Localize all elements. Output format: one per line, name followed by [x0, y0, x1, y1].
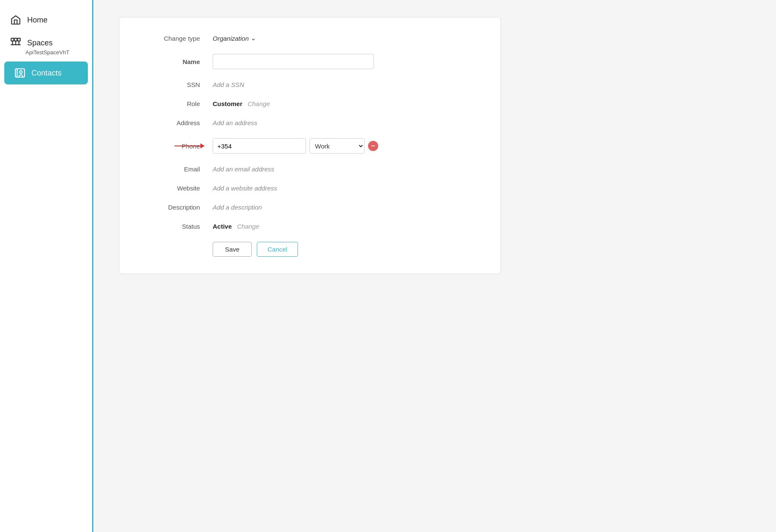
ssn-row: SSN Add a SSN	[145, 81, 475, 88]
phone-row-content: Work Home Mobile Fax Other −	[213, 138, 378, 154]
status-row: Status Active Change	[145, 223, 475, 230]
email-label: Email	[145, 165, 213, 173]
website-placeholder[interactable]: Add a website address	[213, 185, 475, 192]
address-row: Address Add an address	[145, 119, 475, 126]
role-label: Role	[145, 100, 213, 107]
phone-input[interactable]	[213, 138, 306, 154]
address-placeholder[interactable]: Add an address	[213, 119, 475, 126]
spaces-sub-label: ApiTestSpaceVhT	[10, 49, 82, 56]
description-label: Description	[145, 204, 213, 211]
website-row: Website Add a website address	[145, 185, 475, 192]
phone-arrow-annotation	[174, 146, 204, 146]
arrow-line	[174, 146, 204, 146]
home-label: Home	[27, 16, 48, 25]
change-type-row: Change type Organization ⌄	[145, 34, 475, 42]
change-type-text: Organization	[213, 35, 249, 42]
sidebar-item-spaces[interactable]: Spaces ApiTestSpaceVhT	[0, 31, 92, 62]
name-label: Name	[145, 58, 213, 65]
contacts-icon	[14, 67, 25, 78]
ssn-label: SSN	[145, 81, 213, 88]
sidebar-item-home[interactable]: Home	[0, 8, 92, 31]
minus-icon: −	[371, 143, 375, 149]
ssn-placeholder[interactable]: Add a SSN	[213, 81, 475, 88]
form-buttons: Save Cancel	[145, 242, 475, 257]
status-label: Status	[145, 223, 213, 230]
home-icon	[10, 14, 21, 25]
phone-type-select[interactable]: Work Home Mobile Fax Other	[309, 138, 365, 154]
status-change-link[interactable]: Change	[237, 223, 259, 230]
svg-point-9	[20, 71, 22, 74]
role-change-link[interactable]: Change	[247, 100, 270, 107]
website-label: Website	[145, 185, 213, 192]
role-row: Role Customer Change	[145, 100, 475, 107]
sidebar: Home Spaces ApiTestSpaceVhT	[0, 0, 93, 532]
status-value: Active	[213, 223, 232, 230]
description-row: Description Add a description	[145, 204, 475, 211]
email-row: Email Add an email address	[145, 165, 475, 173]
role-value: Customer	[213, 100, 242, 107]
remove-phone-button[interactable]: −	[368, 141, 378, 151]
change-type-value[interactable]: Organization ⌄	[213, 34, 475, 42]
name-row: Name	[145, 54, 475, 69]
chevron-down-icon: ⌄	[250, 34, 256, 42]
contacts-label: Contacts	[31, 69, 62, 78]
cancel-button[interactable]: Cancel	[257, 242, 298, 257]
phone-row: Phone Work Home Mobile Fax Other −	[145, 138, 475, 154]
spaces-label: Spaces	[27, 39, 53, 48]
sidebar-item-contacts[interactable]: Contacts	[4, 62, 88, 84]
name-input[interactable]	[213, 54, 374, 69]
form-card: Change type Organization ⌄ Name SSN Add …	[119, 17, 501, 274]
description-placeholder[interactable]: Add a description	[213, 204, 475, 211]
spaces-icon	[10, 37, 21, 48]
save-button[interactable]: Save	[213, 242, 252, 257]
email-placeholder[interactable]: Add an email address	[213, 165, 475, 173]
address-label: Address	[145, 119, 213, 126]
main-content: Change type Organization ⌄ Name SSN Add …	[93, 0, 776, 532]
change-type-label: Change type	[145, 35, 213, 42]
